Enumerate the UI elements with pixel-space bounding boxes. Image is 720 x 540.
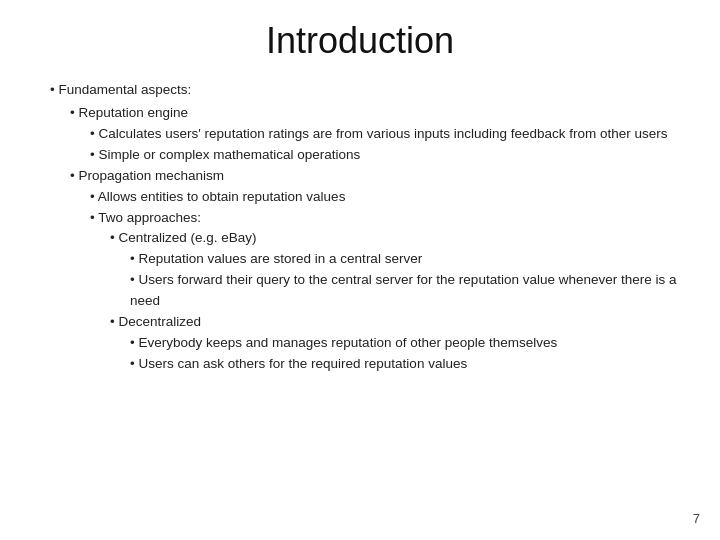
- list-item: Users can ask others for the required re…: [130, 354, 680, 375]
- list-item: Simple or complex mathematical operation…: [90, 145, 680, 166]
- list-item: Propagation mechanism: [70, 166, 680, 187]
- list-item: Users forward their query to the central…: [130, 270, 680, 312]
- list-item: Centralized (e.g. eBay): [110, 228, 680, 249]
- list-item: Calculates users' reputation ratings are…: [90, 124, 680, 145]
- page-number: 7: [693, 511, 700, 526]
- slide: Introduction Fundamental aspects:Reputat…: [0, 0, 720, 540]
- list-item: Allows entities to obtain reputation val…: [90, 187, 680, 208]
- list-item: Fundamental aspects:: [50, 80, 680, 101]
- list-item: Decentralized: [110, 312, 680, 333]
- list-item: Reputation values are stored in a centra…: [130, 249, 680, 270]
- list-item: Reputation engine: [70, 103, 680, 124]
- slide-title: Introduction: [40, 20, 680, 62]
- list-item: Everybody keeps and manages reputation o…: [130, 333, 680, 354]
- list-item: Two approaches:: [90, 208, 680, 229]
- slide-content: Fundamental aspects:Reputation engineCal…: [40, 80, 680, 375]
